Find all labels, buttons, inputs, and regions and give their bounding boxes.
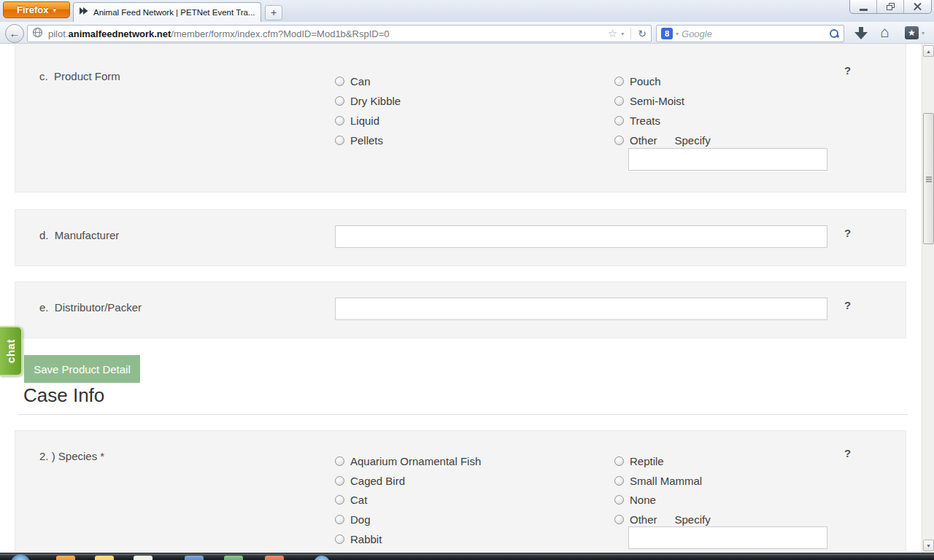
chat-tab-label: chat	[4, 339, 17, 363]
section-distributor: e. Distributor/Packer ?	[15, 281, 906, 338]
radio-button[interactable]	[335, 136, 344, 145]
taskbar-excel-icon[interactable]	[224, 556, 243, 560]
firefox-menu-label: Firefox	[17, 4, 48, 15]
radio-label: Pouch	[630, 75, 661, 88]
radio-option-caged-bird[interactable]: Caged Bird	[335, 475, 405, 487]
back-button[interactable]: ←	[5, 24, 24, 43]
distributor-input[interactable]	[335, 298, 827, 320]
radio-option-dog[interactable]: Dog	[335, 513, 371, 526]
radio-label: Semi-Moist	[630, 95, 684, 107]
google-icon[interactable]: 8	[661, 28, 673, 39]
search-icon[interactable]	[829, 28, 839, 39]
section-species: 2. ) Species * ? Aquarium Ornamental Fis…	[15, 430, 906, 552]
radio-option-reptile[interactable]: Reptile	[614, 455, 664, 467]
radio-option-other[interactable]: Other Specify	[614, 513, 711, 526]
radio-button[interactable]	[335, 456, 344, 466]
taskbar-word-icon[interactable]	[185, 556, 204, 560]
browser-tab[interactable]: Animal Feed Network | PETNet Event Tra..…	[73, 2, 261, 22]
chevron-down-icon[interactable]: ▾	[676, 31, 679, 37]
window-controls	[849, 0, 932, 14]
url-bar[interactable]: pilot.animalfeednetwork.net/member/formx…	[27, 25, 652, 42]
species-label: 2. ) Species *	[39, 450, 104, 462]
radio-label: Cat	[350, 494, 367, 506]
radio-option-cat[interactable]: Cat	[335, 494, 367, 506]
radio-option-aquarium-ornamental-fish[interactable]: Aquarium Ornamental Fish	[335, 455, 481, 467]
url-path: /member/formx/index.cfm?ModID=Mod1b&RspI…	[171, 28, 389, 39]
radio-button[interactable]	[614, 136, 624, 145]
radio-button[interactable]	[614, 456, 624, 466]
reload-icon[interactable]: ↻	[638, 28, 647, 39]
specify-label: Specify	[675, 134, 711, 147]
radio-button[interactable]	[614, 116, 624, 125]
search-box[interactable]: 8 ▾	[656, 25, 844, 42]
windows-taskbar[interactable]	[0, 553, 934, 560]
radio-option-treats[interactable]: Treats	[614, 114, 660, 127]
home-button[interactable]: ⌂	[880, 23, 889, 41]
radio-label: None	[630, 494, 656, 506]
taskbar-internet-explorer-icon[interactable]	[314, 556, 330, 560]
taskbar-firefox-icon[interactable]	[56, 556, 75, 560]
radio-button[interactable]	[335, 116, 344, 125]
radio-option-liquid[interactable]: Liquid	[335, 114, 379, 127]
help-icon[interactable]: ?	[844, 227, 851, 239]
restore-icon	[887, 3, 895, 10]
radio-button[interactable]	[335, 77, 344, 86]
bookmarks-button[interactable]: ★ ▾	[905, 26, 925, 39]
product-form-label: c. Product Form	[39, 70, 120, 82]
help-icon[interactable]: ?	[844, 299, 851, 311]
radio-button[interactable]	[614, 77, 624, 86]
urlbar-actions: ☆ ▾ ↻	[608, 27, 647, 40]
scroll-down-button[interactable]: ▼	[923, 540, 934, 551]
radio-button[interactable]	[335, 515, 344, 524]
radio-label: Rabbit	[350, 533, 382, 545]
downloads-button[interactable]	[854, 27, 868, 39]
taskbar-powerpoint-icon[interactable]	[265, 556, 284, 560]
radio-button[interactable]	[614, 495, 624, 505]
radio-option-pellets[interactable]: Pellets	[335, 134, 383, 147]
new-tab-button[interactable]: +	[265, 5, 282, 20]
radio-button[interactable]	[335, 476, 344, 486]
section-product-form: c. Product Form ? Can Dry Kibble Liquid …	[15, 44, 906, 192]
url-prefix: pilot.	[48, 28, 68, 39]
section-manufacturer: d. Manufacturer ?	[15, 209, 906, 266]
species-other-specify-input[interactable]	[628, 526, 827, 549]
product-form-other-specify-input[interactable]	[628, 148, 827, 171]
radio-button[interactable]	[335, 534, 344, 544]
chevron-down-icon[interactable]: ▾	[621, 31, 624, 37]
url-text[interactable]: pilot.animalfeednetwork.net/member/formx…	[48, 28, 608, 39]
bookmark-star-icon[interactable]: ☆	[608, 27, 617, 40]
radio-option-none[interactable]: None	[614, 494, 656, 506]
scroll-up-button[interactable]: ▲	[923, 45, 934, 57]
radio-button[interactable]	[614, 515, 624, 524]
search-input[interactable]	[682, 28, 826, 39]
chat-tab[interactable]: chat	[0, 326, 23, 376]
save-product-detail-button[interactable]: Save Product Detail	[24, 355, 140, 383]
radio-button[interactable]	[335, 96, 344, 106]
taskbar-document-icon[interactable]	[134, 556, 153, 560]
help-icon[interactable]: ?	[844, 447, 851, 459]
download-arrow-icon	[859, 27, 863, 32]
start-orb-icon[interactable]	[10, 554, 31, 560]
radio-option-dry-kibble[interactable]: Dry Kibble	[335, 95, 401, 107]
radio-option-rabbit[interactable]: Rabbit	[335, 533, 382, 545]
minimize-icon	[860, 9, 868, 11]
radio-button[interactable]	[614, 476, 624, 486]
radio-option-other[interactable]: Other Specify	[614, 134, 711, 147]
manufacturer-input[interactable]	[335, 225, 827, 248]
radio-option-can[interactable]: Can	[335, 75, 371, 88]
vertical-scrollbar[interactable]: ▲ ▼	[922, 44, 934, 553]
close-button[interactable]	[904, 0, 931, 13]
globe-icon	[32, 27, 43, 40]
radio-button[interactable]	[614, 96, 624, 106]
restore-button[interactable]	[877, 0, 904, 13]
scrollbar-thumb[interactable]	[923, 113, 934, 244]
firefox-menu-button[interactable]: Firefox ▾	[3, 1, 70, 18]
radio-button[interactable]	[335, 495, 344, 505]
radio-option-pouch[interactable]: Pouch	[614, 75, 661, 88]
radio-option-semi-moist[interactable]: Semi-Moist	[614, 95, 684, 107]
taskbar-folder-icon[interactable]	[95, 556, 114, 560]
help-icon[interactable]: ?	[844, 64, 851, 77]
radio-label: Caged Bird	[350, 475, 405, 487]
radio-option-small-mammal[interactable]: Small Mammal	[614, 475, 702, 487]
minimize-button[interactable]	[850, 0, 877, 13]
